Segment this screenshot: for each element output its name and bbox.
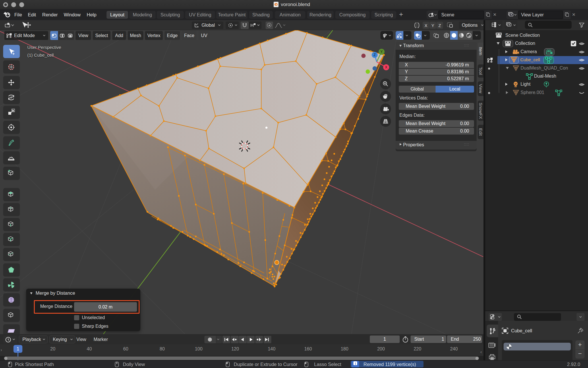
svg-text:Z: Z xyxy=(374,53,376,57)
svg-text:X: X xyxy=(385,65,387,69)
svg-text:Y: Y xyxy=(380,50,383,54)
